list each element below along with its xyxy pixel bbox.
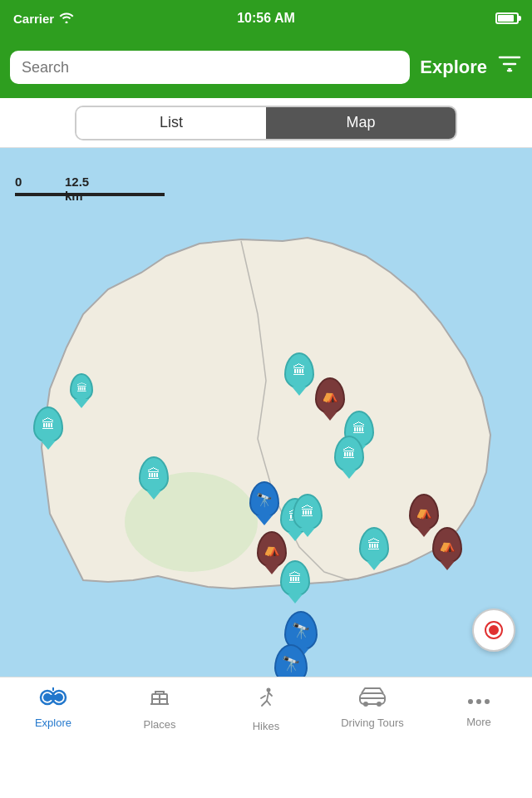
museum-pin-3[interactable]: 🏛	[70, 373, 93, 401]
driving-tours-tab-label: Driving Tours	[341, 717, 404, 729]
museum-icon-6: 🏛	[352, 422, 366, 436]
monument-pin-4[interactable]: ⛺	[432, 527, 462, 564]
explore-tab-label: Explore	[35, 717, 71, 729]
gps-dot	[486, 623, 501, 638]
tab-bar: Explore Places Hikes	[0, 677, 532, 751]
battery-icon	[495, 12, 519, 24]
tab-hikes[interactable]: Hikes	[213, 686, 319, 732]
tab-places[interactable]: Places	[106, 686, 213, 731]
status-bar: Carrier 10:56 AM	[0, 0, 532, 37]
museum-pin-1[interactable]: 🏛	[284, 352, 314, 389]
status-left: Carrier	[13, 12, 74, 26]
binoculars-icon-3: 🔭	[256, 492, 273, 508]
museum-pin-10[interactable]: 🏛	[334, 436, 364, 472]
binoculars-icon-2: 🔭	[282, 655, 300, 673]
viewpoint-pin-3[interactable]: 🔭	[249, 481, 279, 518]
more-tab-icon	[466, 686, 491, 712]
tab-more[interactable]: More	[426, 686, 532, 728]
svg-point-20	[468, 699, 473, 704]
header: Explore	[0, 37, 532, 98]
hikes-tab-icon	[254, 686, 278, 717]
svg-point-18	[377, 702, 382, 707]
monument-pin-1[interactable]: ⛺	[315, 377, 345, 414]
museum-icon-8: 🏛	[301, 505, 314, 519]
scale-line	[15, 193, 165, 196]
tab-driving-tours[interactable]: Driving Tours	[319, 686, 426, 729]
museum-icon-4: 🏛	[147, 468, 160, 481]
svg-point-7	[43, 693, 52, 702]
tab-explore[interactable]: Explore	[0, 686, 106, 729]
list-tab[interactable]: List	[76, 107, 266, 139]
header-title: Explore	[420, 57, 487, 78]
museum-pin-8[interactable]: 🏛	[293, 494, 323, 530]
svg-point-17	[363, 702, 368, 707]
monument-icon-4: ⛺	[439, 539, 456, 552]
museum-pin-7[interactable]: 🏛	[359, 527, 389, 564]
svg-point-22	[485, 699, 490, 704]
monument-icon-1: ⛺	[322, 389, 338, 402]
viewpoint-pin-2[interactable]: 🔭	[274, 644, 308, 677]
museum-icon-7: 🏛	[367, 539, 381, 552]
museum-icon-3: 🏛	[76, 382, 87, 393]
museum-pin-2[interactable]: 🏛	[33, 406, 63, 443]
gps-button[interactable]	[472, 608, 515, 652]
monument-pin-3[interactable]: ⛺	[409, 494, 439, 530]
hikes-tab-label: Hikes	[253, 720, 280, 732]
scale-right-label: 12.5 km	[65, 175, 89, 203]
more-tab-label: More	[466, 716, 491, 728]
explore-tab-icon	[39, 686, 67, 713]
binoculars-icon-1: 🔭	[292, 622, 310, 640]
status-right	[495, 12, 519, 24]
wifi-icon	[59, 12, 74, 26]
search-input[interactable]	[10, 51, 410, 84]
map-area[interactable]: 0 12.5 km 🏛 🏛 🏛 🏛 🏛 🏛	[0, 148, 532, 677]
svg-point-15	[267, 688, 271, 692]
museum-pin-4[interactable]: 🏛	[139, 456, 169, 493]
monument-icon-3: ⛺	[416, 505, 432, 519]
museum-icon-2: 🏛	[42, 418, 55, 431]
monument-pin-2[interactable]: ⛺	[257, 531, 287, 568]
monument-icon-2: ⛺	[264, 543, 280, 556]
places-tab-icon	[147, 686, 172, 715]
segment-control: List Map	[0, 98, 532, 148]
status-time: 10:56 AM	[237, 11, 295, 26]
svg-point-21	[476, 699, 481, 704]
driving-tours-tab-icon	[357, 686, 387, 713]
museum-icon-10: 🏛	[342, 447, 356, 461]
scale-left-label: 0	[15, 175, 22, 189]
museum-icon-1: 🏛	[293, 364, 306, 377]
places-tab-label: Places	[143, 718, 175, 731]
museum-icon-9: 🏛	[288, 572, 302, 585]
map-tab[interactable]: Map	[266, 107, 456, 139]
filter-icon[interactable]	[497, 52, 522, 83]
carrier-label: Carrier	[13, 12, 54, 26]
segment-wrapper: List Map	[75, 106, 457, 140]
svg-point-8	[55, 693, 63, 702]
svg-rect-9	[52, 696, 55, 699]
